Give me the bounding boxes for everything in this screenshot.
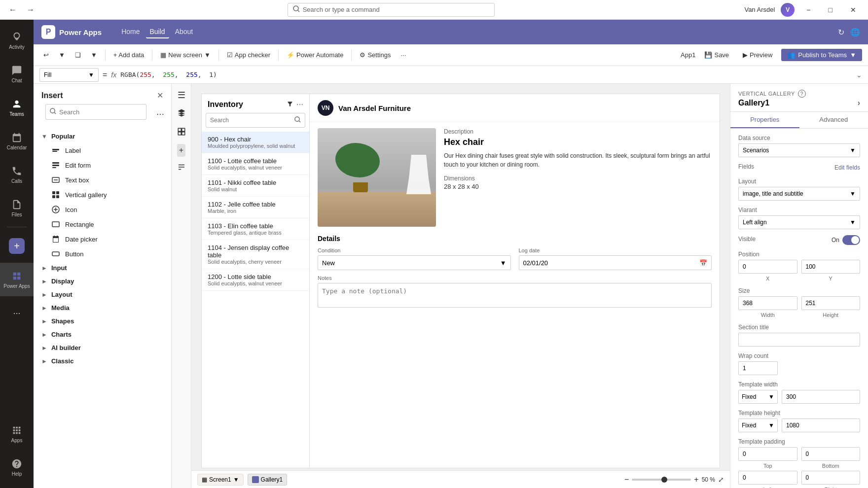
copy-dropdown-button[interactable]: ▼ bbox=[87, 49, 101, 61]
publish-button[interactable]: 👥 Publish to Teams ▼ bbox=[781, 49, 862, 61]
padding-top-input[interactable]: 0 bbox=[738, 447, 797, 461]
sidebar-item-apps[interactable]: Apps bbox=[0, 417, 34, 451]
layers-button[interactable] bbox=[175, 106, 188, 121]
inventory-search-input[interactable] bbox=[210, 117, 291, 124]
list-item[interactable]: 1104 - Jensen display coffee table Solid… bbox=[202, 240, 309, 269]
list-item[interactable]: 1100 - Lotte coffee table Solid eucalypt… bbox=[202, 153, 309, 175]
app-checker-button[interactable]: ☑ App checker bbox=[223, 49, 274, 61]
settings-button[interactable]: ⚙ Settings bbox=[356, 49, 395, 61]
sidebar-item-files[interactable]: Files bbox=[0, 191, 34, 225]
insert-item-icon[interactable]: Icon bbox=[34, 202, 171, 217]
more-toolbar-button[interactable]: ··· bbox=[397, 49, 410, 61]
log-date-input[interactable]: 02/01/20 📅 bbox=[519, 255, 712, 270]
section-shapes[interactable]: ► Shapes bbox=[34, 314, 171, 328]
close-button[interactable]: ✕ bbox=[844, 0, 862, 20]
zoom-slider-track[interactable] bbox=[632, 479, 691, 481]
maximize-button[interactable]: □ bbox=[823, 0, 838, 20]
size-width-input[interactable]: 368 bbox=[738, 296, 797, 310]
template-width-value-input[interactable]: 300 bbox=[782, 390, 860, 404]
condition-dropdown[interactable]: New ▼ bbox=[318, 255, 511, 270]
toggle-panel-button[interactable]: ☰ bbox=[176, 88, 187, 103]
list-item[interactable]: 1103 - Elin coffee table Tempered glass,… bbox=[202, 218, 309, 240]
sidebar-item-help[interactable]: Help bbox=[0, 451, 34, 484]
sidebar-item-powerapps[interactable]: Power Apps bbox=[0, 263, 34, 296]
variant-dropdown[interactable]: Left align ▼ bbox=[738, 215, 860, 229]
insert-item-edit-form[interactable]: Edit form bbox=[34, 158, 171, 173]
sidebar-item-calendar[interactable]: Calendar bbox=[0, 124, 34, 158]
size-height-input[interactable]: 251 bbox=[801, 296, 861, 310]
zoom-out-button[interactable]: − bbox=[624, 475, 629, 484]
insert-search-input[interactable] bbox=[59, 108, 142, 116]
copy-button[interactable]: ❏ bbox=[71, 49, 85, 61]
power-automate-button[interactable]: ⚡ Power Automate bbox=[283, 49, 347, 61]
position-y-input[interactable]: 100 bbox=[801, 260, 861, 274]
help-circle-icon[interactable]: ? bbox=[798, 90, 806, 98]
layout-dropdown[interactable]: image, title and subtitle ▼ bbox=[738, 187, 860, 201]
sidebar-item-more[interactable]: ··· bbox=[0, 296, 34, 330]
insert-item-text-box[interactable]: Text box bbox=[34, 173, 171, 187]
padding-left-input[interactable]: 0 bbox=[738, 471, 797, 485]
sidebar-item-teams[interactable]: Teams bbox=[0, 91, 34, 124]
sidebar-item-add[interactable]: + bbox=[0, 229, 34, 263]
tab-properties[interactable]: Properties bbox=[730, 112, 799, 128]
list-item[interactable]: 1102 - Jelle coffee table Marble, iron bbox=[202, 197, 309, 218]
padding-right-input[interactable]: 0 bbox=[801, 471, 861, 485]
list-item[interactable]: 900 - Hex chair Moulded polypropylene, s… bbox=[202, 132, 309, 153]
plus-add-button[interactable]: + bbox=[177, 144, 185, 157]
insert-close-button[interactable]: ✕ bbox=[157, 91, 163, 100]
insert-item-date-picker[interactable]: Date picker bbox=[34, 232, 171, 246]
global-search-bar[interactable]: Search or type a command bbox=[288, 3, 495, 17]
position-x-input[interactable]: 0 bbox=[738, 260, 797, 274]
notes-textarea[interactable] bbox=[318, 283, 712, 308]
save-button[interactable]: 💾 Save bbox=[699, 49, 734, 61]
inventory-more-button[interactable]: ⋯ bbox=[296, 101, 303, 109]
inventory-search-box[interactable] bbox=[206, 113, 305, 128]
section-classic[interactable]: ► Classic bbox=[34, 354, 171, 368]
insert-item-label[interactable]: Label bbox=[34, 143, 171, 158]
insert-item-rectangle[interactable]: Rectangle bbox=[34, 217, 171, 232]
insert-options-button[interactable]: ⋯ bbox=[154, 107, 166, 121]
section-title-input[interactable] bbox=[738, 333, 860, 347]
new-screen-button[interactable]: ▦ New screen ▼ bbox=[156, 49, 215, 61]
insert-search-box[interactable] bbox=[45, 104, 146, 120]
nav-about[interactable]: About bbox=[171, 26, 197, 38]
data-source-dropdown[interactable]: Scenarios ▼ bbox=[738, 143, 860, 157]
avatar[interactable]: V bbox=[781, 3, 795, 17]
template-width-type-dropdown[interactable]: Fixed ▼ bbox=[738, 390, 778, 404]
expand-props-icon[interactable]: › bbox=[858, 99, 860, 107]
tab-advanced[interactable]: Advanced bbox=[799, 112, 868, 128]
list-item[interactable]: 1101 - Nikki coffee table Solid walnut bbox=[202, 175, 309, 197]
undo-dropdown-button[interactable]: ▼ bbox=[55, 49, 69, 61]
add-data-button[interactable]: + Add data bbox=[109, 49, 148, 61]
nav-forward-button[interactable]: → bbox=[24, 3, 37, 16]
components-button[interactable] bbox=[175, 125, 188, 140]
sidebar-item-activity[interactable]: Activity bbox=[0, 24, 34, 57]
property-dropdown[interactable]: Fill ▼ bbox=[39, 68, 99, 82]
nav-build[interactable]: Build bbox=[146, 26, 169, 38]
refresh-button[interactable]: ↻ bbox=[838, 28, 844, 37]
section-ai-builder[interactable]: ► AI builder bbox=[34, 341, 171, 354]
template-height-value-input[interactable]: 1080 bbox=[782, 418, 860, 432]
section-layout[interactable]: ► Layout bbox=[34, 288, 171, 301]
section-display[interactable]: ► Display bbox=[34, 275, 171, 288]
section-charts[interactable]: ► Charts bbox=[34, 328, 171, 341]
edit-fields-link[interactable]: Edit fields bbox=[834, 164, 860, 171]
section-input[interactable]: ► Input bbox=[34, 261, 171, 275]
minimize-button[interactable]: − bbox=[800, 0, 816, 20]
list-item[interactable]: 1200 - Lotte side table Solid eucalyptis… bbox=[202, 269, 309, 291]
globe-button[interactable]: 🌐 bbox=[850, 28, 860, 37]
section-popular[interactable]: ▼ Popular bbox=[34, 130, 171, 143]
undo-button[interactable]: ↩ bbox=[39, 49, 53, 61]
variables-button[interactable] bbox=[175, 161, 188, 175]
formula-expand-icon[interactable]: ⌄ bbox=[856, 71, 862, 79]
padding-bottom-input[interactable]: 0 bbox=[801, 447, 861, 461]
formula-input[interactable]: RGBA(255, 255, 255, 1) bbox=[120, 71, 852, 78]
nav-back-button[interactable]: ← bbox=[6, 3, 20, 16]
section-media[interactable]: ► Media bbox=[34, 301, 171, 314]
filter-button[interactable] bbox=[287, 101, 293, 109]
insert-item-vertical-gallery[interactable]: Vertical gallery bbox=[34, 187, 171, 202]
zoom-in-button[interactable]: + bbox=[694, 475, 698, 484]
fullscreen-button[interactable]: ⤢ bbox=[718, 476, 724, 484]
screen-tab[interactable]: ▦ Screen1 ▼ bbox=[197, 474, 244, 486]
sidebar-item-calls[interactable]: Calls bbox=[0, 158, 34, 191]
